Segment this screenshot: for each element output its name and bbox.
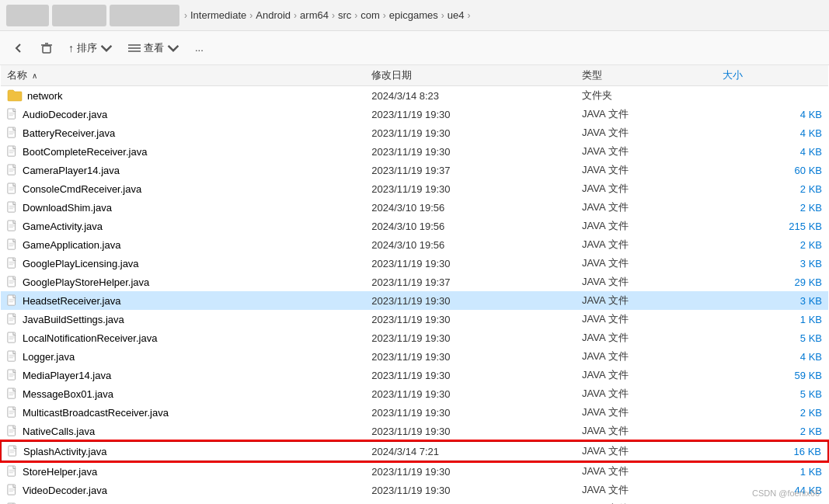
java-file-icon	[7, 406, 18, 419]
breadcrumb-item-6[interactable]: ue4	[448, 9, 465, 21]
table-row[interactable]: MediaPlayer14.java2023/11/19 19:30JAVA 文…	[1, 366, 828, 384]
view-button[interactable]: 查看	[122, 38, 186, 58]
file-name-cell: MulticastBroadcastReceiver.java	[7, 406, 359, 419]
breadcrumb-item-1[interactable]: Android	[256, 9, 291, 21]
breadcrumb-sep-4: ›	[354, 10, 357, 21]
table-row[interactable]: BatteryReceiver.java2023/11/19 19:30JAVA…	[1, 123, 828, 142]
java-file-icon	[7, 388, 18, 400]
file-size: 3 KB	[716, 291, 828, 310]
table-row[interactable]: JavaBuildSettings.java2023/11/19 19:30JA…	[1, 310, 828, 328]
file-date: 2023/11/19 19:30	[365, 499, 576, 504]
file-name-cell: VideoDecoder.java	[7, 484, 359, 496]
file-name: MulticastBroadcastReceiver.java	[23, 407, 169, 419]
table-row[interactable]: GooglePlayStoreHelper.java2023/11/19 19:…	[1, 273, 828, 291]
more-label: ...	[195, 42, 204, 54]
file-name-cell: GooglePlayStoreHelper.java	[7, 276, 359, 288]
col-header-name[interactable]: 名称 ∧	[1, 65, 365, 86]
file-name: MediaPlayer14.java	[23, 370, 111, 381]
file-name-cell: MediaPlayer14.java	[7, 369, 359, 381]
file-name-cell: BatteryReceiver.java	[7, 127, 359, 139]
table-row[interactable]: MessageBox01.java2023/11/19 19:30JAVA 文件…	[1, 384, 828, 403]
breadcrumb-item-0[interactable]: Intermediate	[190, 9, 246, 21]
breadcrumb-item-4[interactable]: com	[361, 9, 380, 21]
table-row[interactable]: Logger.java2023/11/19 19:30JAVA 文件4 KB	[1, 347, 828, 366]
breadcrumb-item-3[interactable]: src	[338, 9, 351, 21]
file-date: 2024/3/14 7:21	[365, 441, 576, 461]
table-row[interactable]: NativeCalls.java2023/11/19 19:30JAVA 文件2…	[1, 422, 828, 441]
up-arrow-icon: ↑	[68, 42, 74, 54]
file-type: JAVA 文件	[576, 481, 716, 499]
table-row[interactable]: AudioDecoder.java2023/11/19 19:30JAVA 文件…	[1, 105, 828, 123]
file-date: 2023/11/19 19:30	[365, 347, 576, 366]
delete-button[interactable]	[34, 39, 59, 57]
file-type: JAVA 文件	[576, 499, 716, 504]
file-size: 2 KB	[716, 198, 828, 217]
sort-button[interactable]: ↑ 排序	[62, 38, 119, 58]
table-header-row: 名称 ∧ 修改日期 类型 大小	[1, 65, 828, 86]
file-type: JAVA 文件	[576, 441, 716, 461]
table-row[interactable]: network2024/3/14 8:23文件夹	[1, 86, 828, 106]
file-name: ConsoleCmdReceiver.java	[23, 183, 141, 195]
more-button[interactable]: ...	[189, 39, 210, 57]
sort-arrow-name: ∧	[32, 71, 37, 80]
file-size: 2 KB	[716, 422, 828, 441]
file-size: 4 KB	[716, 105, 828, 123]
breadcrumb-item-5[interactable]: epicgames	[389, 9, 438, 21]
file-date: 2023/11/19 19:30	[365, 254, 576, 273]
col-header-date[interactable]: 修改日期	[365, 65, 576, 86]
file-type: JAVA 文件	[576, 366, 716, 384]
table-row[interactable]: SplashActivity.java2024/3/14 7:21JAVA 文件…	[1, 441, 828, 461]
file-name-cell: LocalNotificationReceiver.java	[7, 332, 359, 344]
app-icon-area	[52, 5, 106, 26]
title-bar-left	[6, 5, 179, 26]
file-name: MessageBox01.java	[23, 388, 113, 400]
table-row[interactable]: VideoDecoder.java2023/11/19 19:30JAVA 文件…	[1, 481, 828, 499]
col-header-type[interactable]: 类型	[576, 65, 716, 86]
breadcrumb-item-2[interactable]: arm64	[300, 9, 329, 21]
file-date: 2023/11/19 19:30	[365, 105, 576, 123]
java-file-icon	[7, 484, 18, 496]
file-type: JAVA 文件	[576, 422, 716, 441]
file-type: JAVA 文件	[576, 461, 716, 481]
file-type: JAVA 文件	[576, 123, 716, 142]
file-name-cell: GooglePlayLicensing.java	[7, 257, 359, 269]
file-name-cell: AudioDecoder.java	[7, 108, 359, 120]
back-button[interactable]	[6, 39, 31, 57]
java-file-icon	[7, 182, 18, 195]
table-row[interactable]: GooglePlayLicensing.java2023/11/19 19:30…	[1, 254, 828, 273]
breadcrumb-sep-6: ›	[441, 10, 444, 21]
table-row[interactable]: ConsoleCmdReceiver.java2023/11/19 19:30J…	[1, 179, 828, 198]
file-type: JAVA 文件	[576, 105, 716, 123]
breadcrumb-sep-7: ›	[467, 10, 470, 21]
table-row[interactable]: GameApplication.java2024/3/10 19:56JAVA …	[1, 235, 828, 254]
file-size: 4 KB	[716, 142, 828, 161]
file-type: JAVA 文件	[576, 384, 716, 403]
file-name: CameraPlayer14.java	[23, 165, 120, 176]
file-size: 2 KB	[716, 235, 828, 254]
file-name-cell: ConsoleCmdReceiver.java	[7, 182, 359, 195]
file-name: HeadsetReceiver.java	[23, 295, 120, 307]
file-size: 60 KB	[716, 161, 828, 179]
table-row[interactable]: CameraPlayer14.java2023/11/19 19:37JAVA …	[1, 161, 828, 179]
table-row[interactable]: BootCompleteReceiver.java2023/11/19 19:3…	[1, 142, 828, 161]
table-row[interactable]: VolumeReceiver.java2023/11/19 19:30JAVA …	[1, 499, 828, 504]
file-date: 2023/11/19 19:37	[365, 273, 576, 291]
file-size: 5 KB	[716, 328, 828, 347]
file-type: JAVA 文件	[576, 161, 716, 179]
file-date: 2024/3/10 19:56	[365, 217, 576, 235]
file-type: JAVA 文件	[576, 328, 716, 347]
table-row[interactable]: DownloadShim.java2024/3/10 19:56JAVA 文件2…	[1, 198, 828, 217]
table-row[interactable]: GameActivity.java2024/3/10 19:56JAVA 文件2…	[1, 217, 828, 235]
table-row[interactable]: StoreHelper.java2023/11/19 19:30JAVA 文件1…	[1, 461, 828, 481]
file-name-cell: network	[7, 89, 359, 102]
table-row[interactable]: LocalNotificationReceiver.java2023/11/19…	[1, 328, 828, 347]
file-type: JAVA 文件	[576, 347, 716, 366]
file-type: JAVA 文件	[576, 198, 716, 217]
table-row[interactable]: HeadsetReceiver.java2023/11/19 19:30JAVA…	[1, 291, 828, 310]
col-header-size[interactable]: 大小	[716, 65, 828, 86]
file-type: JAVA 文件	[576, 310, 716, 328]
table-row[interactable]: MulticastBroadcastReceiver.java2023/11/1…	[1, 403, 828, 422]
file-table: 名称 ∧ 修改日期 类型 大小 network2024/3/14 8:23文件夹	[0, 65, 829, 504]
file-size: 4 KB	[716, 123, 828, 142]
java-file-icon	[7, 425, 18, 437]
